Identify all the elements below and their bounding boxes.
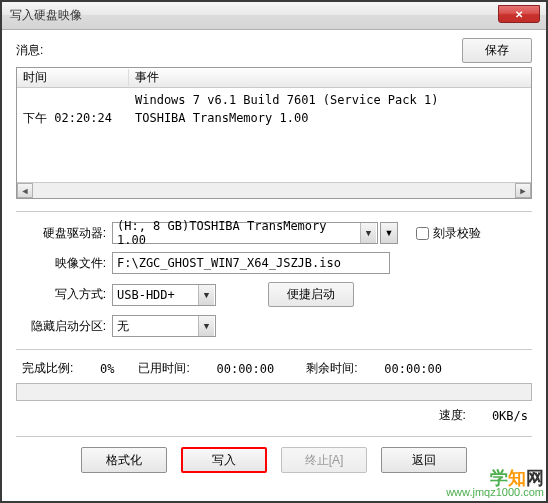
log-cell-event: Windows 7 v6.1 Build 7601 (Service Pack …: [129, 91, 531, 109]
remain-time-value: 00:00:00: [384, 362, 442, 376]
hdd-select[interactable]: (H:, 8 GB)TOSHIBA TransMemory 1.00 ▼: [112, 222, 378, 244]
speed-value: 0KB/s: [492, 409, 528, 423]
titlebar: 写入硬盘映像 ✕: [2, 2, 546, 30]
used-time-value: 00:00:00: [216, 362, 274, 376]
hdd-extra-button[interactable]: ▼: [380, 222, 398, 244]
verify-label: 刻录校验: [433, 225, 481, 242]
write-mode-value: USB-HDD+: [117, 288, 175, 302]
log-scrollbar[interactable]: ◄ ►: [17, 182, 531, 198]
separator: [16, 349, 532, 350]
hdd-value: (H:, 8 GB)TOSHIBA TransMemory 1.00: [117, 219, 360, 247]
window-title: 写入硬盘映像: [10, 7, 82, 24]
chevron-down-icon: ▼: [198, 316, 214, 336]
image-path-field[interactable]: F:\ZGC_GHOST_WIN7_X64_JSZJB.iso: [112, 252, 390, 274]
log-body: Windows 7 v6.1 Build 7601 (Service Pack …: [17, 88, 531, 182]
log-header-event[interactable]: 事件: [129, 69, 531, 86]
chevron-down-icon: ▼: [198, 285, 214, 305]
separator: [16, 436, 532, 437]
progress-bar: [16, 383, 532, 401]
watermark-url: www.jmqz1000.com: [446, 485, 544, 499]
done-value: 0%: [100, 362, 114, 376]
scroll-right-icon[interactable]: ►: [515, 183, 531, 198]
verify-checkbox-wrap[interactable]: 刻录校验: [412, 224, 481, 243]
log-cell-time: [17, 91, 129, 109]
progress-status: 完成比例: 0% 已用时间: 00:00:00 剩余时间: 00:00:00: [16, 360, 532, 377]
abort-button: 终止[A]: [281, 447, 367, 473]
image-label: 映像文件:: [16, 255, 112, 272]
verify-checkbox[interactable]: [416, 227, 429, 240]
done-label: 完成比例:: [16, 360, 88, 377]
write-mode-label: 写入方式:: [16, 286, 112, 303]
hdd-label: 硬盘驱动器:: [16, 225, 112, 242]
log-cell-time: 下午 02:20:24: [17, 109, 129, 127]
write-mode-select[interactable]: USB-HDD+ ▼: [112, 284, 216, 306]
chevron-down-icon: ▼: [385, 228, 394, 238]
log-cell-event: TOSHIBA TransMemory 1.00: [129, 109, 531, 127]
image-path-value: F:\ZGC_GHOST_WIN7_X64_JSZJB.iso: [117, 256, 341, 270]
close-icon: ✕: [515, 9, 523, 20]
remain-time-label: 剩余时间:: [300, 360, 372, 377]
hidden-boot-label: 隐藏启动分区:: [16, 318, 112, 335]
scroll-left-icon[interactable]: ◄: [17, 183, 33, 198]
log-row: 下午 02:20:24 TOSHIBA TransMemory 1.00: [17, 109, 531, 127]
hidden-boot-select[interactable]: 无 ▼: [112, 315, 216, 337]
write-button[interactable]: 写入: [181, 447, 267, 473]
speed-label: 速度:: [439, 407, 466, 424]
log-panel: 时间 事件 Windows 7 v6.1 Build 7601 (Service…: [16, 67, 532, 199]
quick-boot-button[interactable]: 便捷启动: [268, 282, 354, 307]
message-label: 消息:: [16, 42, 43, 59]
used-time-label: 已用时间:: [132, 360, 204, 377]
chevron-down-icon: ▼: [360, 223, 376, 243]
save-button[interactable]: 保存: [462, 38, 532, 63]
separator: [16, 211, 532, 212]
close-button[interactable]: ✕: [498, 5, 540, 23]
log-header: 时间 事件: [17, 68, 531, 88]
format-button[interactable]: 格式化: [81, 447, 167, 473]
back-button[interactable]: 返回: [381, 447, 467, 473]
hidden-boot-value: 无: [117, 318, 129, 335]
log-row: Windows 7 v6.1 Build 7601 (Service Pack …: [17, 91, 531, 109]
log-header-time[interactable]: 时间: [17, 69, 129, 86]
